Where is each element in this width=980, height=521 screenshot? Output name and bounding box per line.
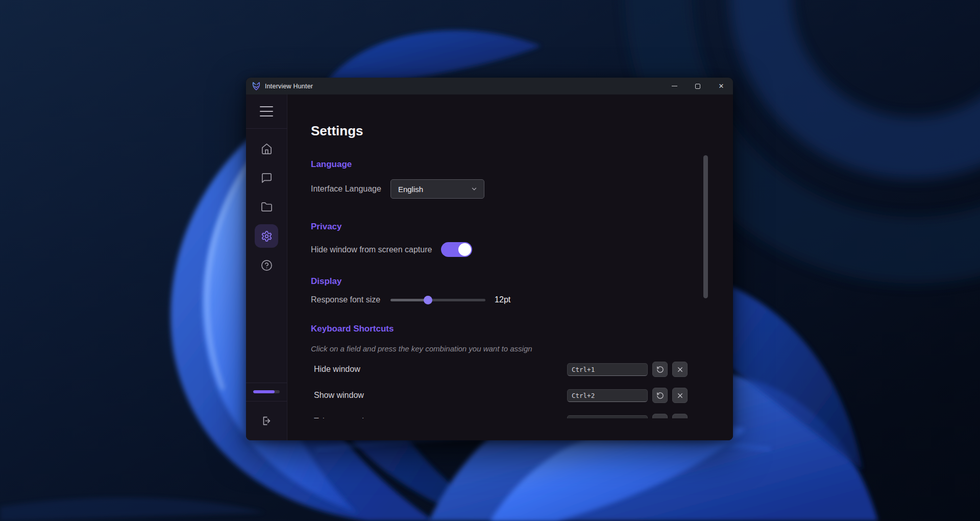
sidebar-item-home[interactable] xyxy=(255,137,278,160)
folder-icon xyxy=(261,201,273,213)
sidebar-item-chat[interactable] xyxy=(255,166,278,190)
page-title: Settings xyxy=(311,123,733,138)
sidebar-item-help[interactable] xyxy=(255,253,278,277)
sidebar xyxy=(246,94,287,440)
menu-toggle-button[interactable] xyxy=(260,106,273,116)
hide-capture-toggle[interactable] xyxy=(441,242,472,257)
titlebar[interactable]: Interview Hunter ✕ xyxy=(246,78,733,94)
font-size-label: Response font size xyxy=(311,295,380,304)
sidebar-divider xyxy=(246,128,287,129)
section-keyboard-shortcuts: Keyboard Shortcuts Click on a field and … xyxy=(311,323,733,418)
usage-bar xyxy=(253,390,280,393)
settings-scroll-area[interactable]: Settings Language Interface Language Eng… xyxy=(287,94,733,418)
section-language: Language Interface Language English xyxy=(311,159,733,199)
shortcut-list: Hide window xyxy=(311,362,688,418)
shortcut-clear-button[interactable] xyxy=(672,388,688,403)
shortcuts-section-title: Keyboard Shortcuts xyxy=(311,323,733,335)
home-icon xyxy=(261,143,273,155)
shortcut-label: Hide window xyxy=(314,365,360,374)
shortcut-row-hide-window: Hide window xyxy=(314,362,688,377)
sidebar-item-settings[interactable] xyxy=(255,224,278,248)
app-logo-wolf-icon xyxy=(252,82,261,91)
shortcut-clear-button[interactable] xyxy=(672,414,688,418)
hide-capture-label: Hide window from screen capture xyxy=(311,245,432,254)
shortcuts-hint: Click on a field and press the key combi… xyxy=(311,344,733,354)
font-size-value: 12pt xyxy=(495,295,510,304)
shortcut-label: Take screenshot xyxy=(314,417,374,418)
reset-icon xyxy=(656,418,664,419)
shortcut-binding-input[interactable] xyxy=(567,389,648,402)
window-title: Interview Hunter xyxy=(265,83,313,90)
logout-button[interactable] xyxy=(246,401,287,440)
slider-thumb[interactable] xyxy=(424,296,432,304)
settings-page: Settings Language Interface Language Eng… xyxy=(287,94,733,440)
hamburger-icon xyxy=(260,106,273,107)
minimize-icon xyxy=(672,86,677,87)
toggle-knob xyxy=(458,243,471,256)
privacy-section-title: Privacy xyxy=(311,221,733,232)
shortcut-clear-button[interactable] xyxy=(672,362,688,377)
scrollbar-thumb[interactable] xyxy=(703,155,708,298)
sidebar-bottom xyxy=(246,383,287,440)
clear-x-icon xyxy=(676,418,684,419)
shortcut-binding-input[interactable] xyxy=(567,363,648,376)
minimize-button[interactable] xyxy=(663,78,686,94)
usage-bar-fill xyxy=(253,390,275,393)
usage-indicator xyxy=(246,383,287,401)
clear-x-icon xyxy=(676,366,684,373)
shortcut-reset-button[interactable] xyxy=(652,388,668,403)
shortcut-label: Show window xyxy=(314,391,364,400)
interface-language-value: English xyxy=(398,185,423,194)
sidebar-nav xyxy=(255,137,278,282)
sidebar-item-files[interactable] xyxy=(255,195,278,219)
reset-icon xyxy=(656,392,664,399)
reset-icon xyxy=(656,366,664,373)
shortcut-row-clipped: Take screenshot xyxy=(314,414,688,418)
section-privacy: Privacy Hide window from screen capture xyxy=(311,221,733,257)
chat-icon xyxy=(261,172,273,184)
settings-gear-icon xyxy=(261,230,273,242)
font-size-slider[interactable] xyxy=(390,296,485,304)
help-icon xyxy=(261,259,273,271)
section-display: Display Response font size 12pt xyxy=(311,276,733,304)
interface-language-label: Interface Language xyxy=(311,184,381,194)
interface-language-select[interactable]: English xyxy=(390,179,484,199)
logout-icon xyxy=(261,415,272,427)
language-section-title: Language xyxy=(311,159,733,170)
close-icon: ✕ xyxy=(719,83,724,89)
display-section-title: Display xyxy=(311,276,733,287)
clear-x-icon xyxy=(676,392,684,399)
maximize-button[interactable] xyxy=(686,78,709,94)
shortcut-reset-button[interactable] xyxy=(652,362,668,377)
shortcut-reset-button[interactable] xyxy=(652,414,668,418)
close-button[interactable]: ✕ xyxy=(709,78,733,94)
maximize-icon xyxy=(695,84,700,89)
slider-track[interactable] xyxy=(390,299,485,301)
chevron-down-icon xyxy=(471,185,478,193)
shortcut-binding-input[interactable] xyxy=(567,415,648,419)
shortcut-row-show-window: Show window xyxy=(314,388,688,403)
app-window: Interview Hunter ✕ xyxy=(246,78,733,440)
window-controls: ✕ xyxy=(663,78,733,94)
